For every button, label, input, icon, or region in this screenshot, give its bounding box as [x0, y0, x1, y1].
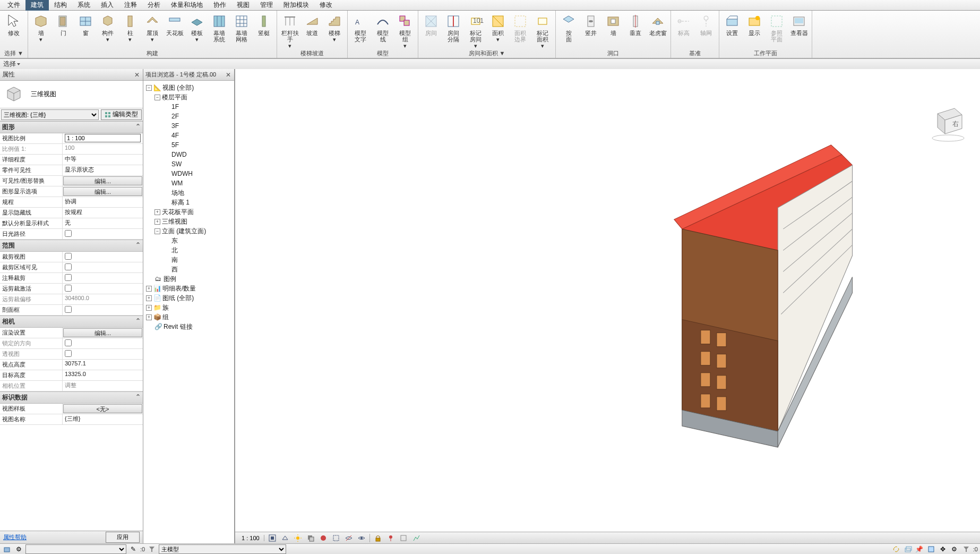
- prop-button[interactable]: 编辑...: [63, 328, 142, 337]
- tree-node[interactable]: 🗂图例: [144, 274, 233, 284]
- analytical-icon[interactable]: [411, 534, 421, 542]
- tree-toggle[interactable]: +: [154, 209, 160, 215]
- tree-toggle[interactable]: −: [154, 95, 160, 100]
- visual-style-icon[interactable]: [280, 534, 290, 542]
- temp-hide-icon[interactable]: [399, 534, 408, 542]
- tree-node[interactable]: 4F: [144, 131, 233, 140]
- tree-node[interactable]: 南: [144, 255, 233, 265]
- prop-group-相机[interactable]: 相机⌃: [0, 316, 143, 328]
- menu-管理[interactable]: 管理: [255, 0, 278, 11]
- tree-toggle[interactable]: +: [146, 314, 152, 320]
- apply-button[interactable]: 应用: [106, 532, 140, 543]
- tool-window[interactable]: 窗: [75, 12, 96, 36]
- view-scale[interactable]: 1 : 100: [237, 535, 264, 541]
- select-links-icon[interactable]: [891, 545, 901, 553]
- editable-icon[interactable]: ✎: [128, 545, 138, 553]
- menu-建筑[interactable]: 建筑: [25, 0, 49, 11]
- tool-text[interactable]: A模型 文字: [350, 12, 371, 42]
- tree-node[interactable]: +📁族: [144, 303, 233, 312]
- workset-icon[interactable]: [2, 545, 12, 553]
- tool-ceiling[interactable]: 天花板: [164, 12, 185, 36]
- close-icon[interactable]: ✕: [225, 71, 232, 79]
- prop-value[interactable]: 协调: [63, 197, 143, 207]
- prop-group-标识数据[interactable]: 标识数据⌃: [0, 391, 143, 404]
- tree-toggle[interactable]: −: [154, 228, 160, 234]
- tool-dormer[interactable]: 老虎窗: [647, 12, 668, 36]
- tree-toggle[interactable]: +: [154, 219, 160, 225]
- menu-结构[interactable]: 结构: [49, 0, 72, 11]
- instance-selector[interactable]: 三维视图: {三维}: [1, 109, 99, 120]
- prop-group-图形[interactable]: 图形⌃: [0, 121, 143, 133]
- prop-group-范围[interactable]: 范围⌃: [0, 240, 143, 252]
- prop-checkbox[interactable]: [63, 273, 143, 283]
- select-underlay-icon[interactable]: [903, 545, 913, 553]
- tree-node[interactable]: DWD: [144, 150, 233, 159]
- tool-mullion[interactable]: 竖梃: [253, 12, 274, 36]
- tree-node[interactable]: 东: [144, 236, 233, 245]
- tool-stair[interactable]: 楼梯 ▾: [324, 12, 345, 42]
- select-face-icon[interactable]: [926, 545, 936, 553]
- shadows-icon[interactable]: [306, 534, 315, 542]
- menu-协作[interactable]: 协作: [208, 0, 231, 11]
- tree-node[interactable]: +📊明细表/数量: [144, 284, 233, 293]
- tree-node[interactable]: 5F: [144, 140, 233, 150]
- tree-node[interactable]: 3F: [144, 121, 233, 131]
- tree-node[interactable]: SW: [144, 159, 233, 169]
- prop-value[interactable]: 13325.0: [63, 370, 143, 380]
- tree-node[interactable]: +三维视图: [144, 217, 233, 226]
- workset-select[interactable]: [25, 544, 126, 554]
- filter-count-icon[interactable]: [961, 545, 971, 553]
- tool-door[interactable]: 门: [53, 12, 74, 36]
- tool-comp[interactable]: 构件 ▾: [97, 12, 118, 42]
- prop-value[interactable]: 30757.1: [63, 360, 143, 370]
- prop-checkbox[interactable]: [63, 305, 143, 315]
- drag-icon[interactable]: ✥: [938, 545, 948, 553]
- tool-roomsep[interactable]: 房间 分隔: [443, 12, 464, 42]
- prop-checkbox[interactable]: [63, 252, 143, 262]
- tree-node[interactable]: +天花板平面: [144, 207, 233, 217]
- tree-toggle[interactable]: −: [146, 85, 152, 91]
- tool-curtain[interactable]: 幕墙 系统: [209, 12, 230, 42]
- tool-area[interactable]: 面积 ▾: [487, 12, 509, 42]
- sun-path-icon[interactable]: [293, 534, 303, 542]
- tree-node[interactable]: 标高 1: [144, 198, 233, 207]
- tree-node[interactable]: +📦组: [144, 312, 233, 322]
- tree-node[interactable]: 🔗Revit 链接: [144, 322, 233, 331]
- close-icon[interactable]: ✕: [133, 71, 141, 79]
- tree-node[interactable]: WM: [144, 178, 233, 188]
- tree-node[interactable]: WDWH: [144, 169, 233, 178]
- tool-column[interactable]: 柱 ▾: [119, 12, 141, 42]
- menu-注释[interactable]: 注释: [119, 0, 142, 11]
- reveal-icon[interactable]: [357, 534, 366, 542]
- menu-文件[interactable]: 文件: [2, 0, 25, 11]
- tool-vert[interactable]: 垂直: [625, 12, 646, 36]
- tool-areatag[interactable]: 标记 面积 ▾: [532, 12, 553, 49]
- select-dropdown[interactable]: 选择: [3, 59, 20, 69]
- prop-checkbox[interactable]: [63, 284, 143, 294]
- tree-node[interactable]: 场地: [144, 188, 233, 198]
- edit-type-button[interactable]: 编辑类型: [101, 109, 142, 120]
- hide-icon[interactable]: [344, 534, 354, 542]
- tree-node[interactable]: −立面 (建筑立面): [144, 226, 233, 236]
- tool-cursor[interactable]: 修改: [2, 12, 25, 36]
- tree-node[interactable]: +📄图纸 (全部): [144, 293, 233, 303]
- view-cube[interactable]: 右: [927, 101, 969, 143]
- prop-input[interactable]: [63, 133, 143, 143]
- crop-icon[interactable]: [331, 534, 341, 542]
- prop-checkbox[interactable]: [63, 262, 143, 272]
- tool-roomtag[interactable]: 101标记 房间 ▾: [465, 12, 486, 49]
- property-help-link[interactable]: 属性帮助: [3, 533, 27, 541]
- tool-group[interactable]: 模型 组 ▾: [394, 12, 416, 49]
- tool-viewer[interactable]: 查看器: [788, 12, 810, 36]
- tree-toggle[interactable]: +: [146, 286, 152, 292]
- tree-toggle[interactable]: +: [146, 305, 152, 311]
- menu-体量和场地[interactable]: 体量和场地: [166, 0, 208, 11]
- tool-rail[interactable]: 栏杆扶手 ▾: [279, 12, 300, 49]
- tree-node[interactable]: 2F: [144, 112, 233, 121]
- filter-icon[interactable]: [147, 545, 157, 553]
- settings-icon[interactable]: ⚙: [950, 545, 959, 553]
- model-select[interactable]: 主模型: [159, 544, 286, 554]
- render-icon[interactable]: [319, 534, 328, 542]
- menu-附加模块[interactable]: 附加模块: [278, 0, 314, 11]
- tree-toggle[interactable]: +: [146, 295, 152, 301]
